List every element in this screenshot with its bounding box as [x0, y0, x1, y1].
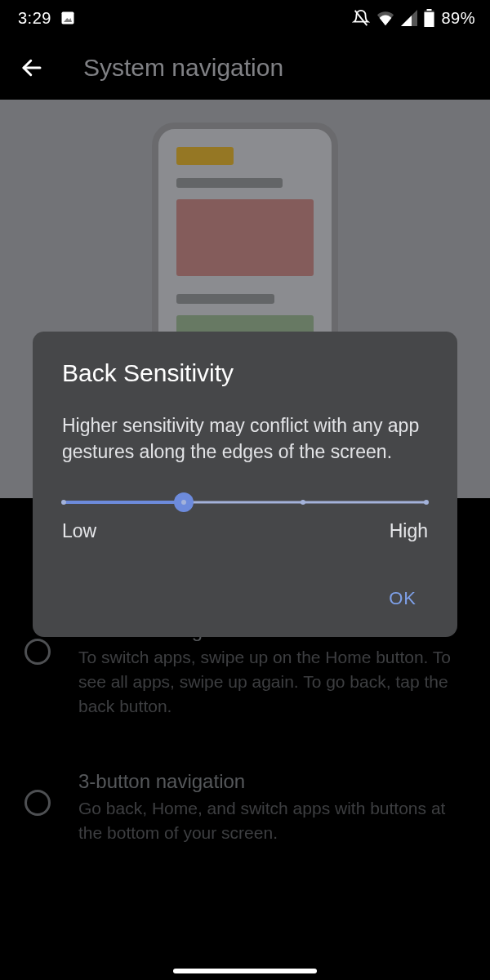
- battery-icon: [424, 9, 434, 27]
- sensitivity-slider[interactable]: [64, 492, 426, 512]
- wifi-icon: [376, 10, 394, 26]
- ok-button[interactable]: OK: [377, 580, 428, 617]
- slider-tick: [424, 500, 429, 505]
- page-title: System navigation: [83, 54, 283, 82]
- status-bar: 3:29 89%: [0, 0, 490, 36]
- svg-marker-3: [401, 16, 412, 26]
- slider-low-label: Low: [62, 520, 96, 542]
- slider-tick: [61, 500, 66, 505]
- image-icon: [60, 10, 76, 26]
- slider-labels: Low High: [62, 520, 428, 542]
- app-bar: System navigation: [0, 36, 490, 100]
- bell-off-icon: [352, 9, 370, 27]
- slider-high-label: High: [390, 520, 428, 542]
- status-time: 3:29: [18, 9, 51, 28]
- status-right: 89%: [352, 9, 475, 28]
- dialog-title: Back Sensitivity: [62, 359, 428, 387]
- status-left: 3:29: [18, 9, 76, 28]
- svg-rect-4: [427, 9, 432, 11]
- back-sensitivity-dialog: Back Sensitivity Higher sensitivity may …: [33, 332, 457, 637]
- gesture-nav-pill[interactable]: [173, 969, 317, 973]
- battery-percent: 89%: [441, 9, 475, 28]
- slider-tick: [181, 500, 186, 505]
- back-button[interactable]: [15, 51, 49, 85]
- svg-rect-6: [425, 12, 434, 27]
- svg-rect-0: [61, 12, 74, 24]
- dialog-body: Higher sensitivity may conflict with any…: [62, 413, 428, 465]
- dialog-actions: OK: [62, 580, 428, 617]
- slider-tick: [301, 500, 305, 505]
- slider-fill: [64, 501, 184, 504]
- cell-signal-icon: [401, 10, 417, 26]
